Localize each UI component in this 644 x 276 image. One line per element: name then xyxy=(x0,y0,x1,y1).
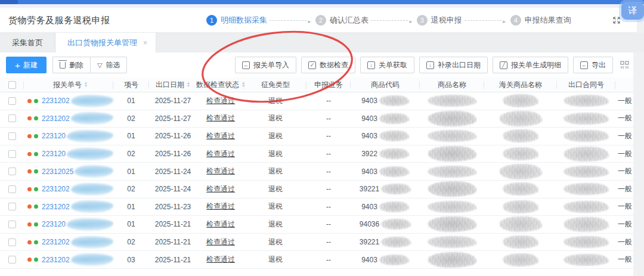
supplement-export-date-button[interactable]: 补录出口日期 xyxy=(419,57,488,73)
check-status-link[interactable]: 检查通过 xyxy=(206,237,235,247)
status-dot-green xyxy=(34,169,38,173)
redaction-smudge xyxy=(67,218,113,231)
status-dot-orange xyxy=(27,222,32,227)
generate-detail-button[interactable]: 报关单生成明细 xyxy=(493,57,568,73)
sort-icon[interactable]: ▲▼ xyxy=(84,82,88,88)
filter-button[interactable]: 筛选 xyxy=(90,57,127,73)
status-dot-green xyxy=(34,99,38,103)
redaction-smudge xyxy=(564,113,609,125)
status-dot-orange xyxy=(27,99,32,103)
declaration-no-link[interactable]: 2231202 xyxy=(42,256,70,264)
redaction-smudge xyxy=(499,111,542,126)
check-status-link[interactable]: 检查通过 xyxy=(206,149,235,159)
check-status-link[interactable]: 检查通过 xyxy=(206,96,235,106)
translate-badge[interactable]: 译 xyxy=(621,2,644,20)
data-check-button[interactable]: 数据检查 xyxy=(301,57,355,73)
redaction-smudge xyxy=(71,112,113,125)
redaction-smudge xyxy=(381,219,411,230)
declaration-no-link[interactable]: 22312025 xyxy=(42,168,73,176)
step-declare-result-query[interactable]: 4 申报结果查询 xyxy=(510,15,571,26)
row-checkbox[interactable] xyxy=(8,150,16,158)
redaction-smudge xyxy=(503,200,538,213)
tab-bar: 采集首页 出口货物报关单管理 × xyxy=(0,33,644,52)
row-checkbox[interactable] xyxy=(8,132,16,140)
declaration-table: 报关单号▲▼ 项号 出口日期▲▼ 数据检查状态▲▼ 征免类型 申报业务 商品代码… xyxy=(0,77,633,269)
check-status-link[interactable]: 检查通过 xyxy=(206,166,235,176)
declaration-no-link[interactable]: 2231202 xyxy=(42,238,70,246)
tab-export-declaration-management[interactable]: 出口货物报关单管理 × xyxy=(55,33,156,52)
check-status-link[interactable]: 检查通过 xyxy=(206,184,235,194)
fullscreen-expand-icon[interactable] xyxy=(612,15,621,25)
redaction-smudge xyxy=(503,147,538,160)
row-checkbox[interactable] xyxy=(8,185,16,193)
tab-close-icon[interactable]: × xyxy=(143,39,147,47)
redaction-smudge xyxy=(428,181,476,197)
redaction-smudge xyxy=(503,235,538,249)
trash-icon xyxy=(60,62,66,69)
declaration-no-link[interactable]: 223120 xyxy=(42,220,66,228)
export-button[interactable]: 导出 xyxy=(573,57,613,73)
redaction-smudge xyxy=(428,166,476,178)
table-row: 22312025 01 2025-11-24 检查通过 退税 -- 9403 一… xyxy=(0,163,633,181)
redaction-smudge xyxy=(503,129,538,142)
row-checkbox[interactable] xyxy=(8,203,16,210)
redaction-smudge xyxy=(71,200,113,213)
stepper: 1 明细数据采集 2 确认汇总表 3 退税申报 4 申报结果查询 xyxy=(206,8,571,33)
step-tax-refund-declare[interactable]: 3 退税申报 xyxy=(417,15,462,26)
toolbar-right: 报关单导入 数据检查 关单获取 补录出口日期 报关单生成明细 导出 xyxy=(235,57,630,73)
redaction-smudge xyxy=(564,201,609,213)
step-number: 4 xyxy=(510,15,521,26)
sort-icon[interactable]: ▲▼ xyxy=(187,82,190,88)
step-connector xyxy=(465,15,507,26)
redaction-smudge xyxy=(71,253,113,266)
check-status-link[interactable]: 检查通过 xyxy=(206,131,235,141)
redaction-smudge xyxy=(564,217,609,232)
status-dot-orange xyxy=(27,258,32,262)
redaction-smudge xyxy=(379,131,409,141)
doc-download-icon xyxy=(367,61,375,69)
status-dot-orange xyxy=(27,187,32,191)
status-dot-green xyxy=(34,134,38,138)
customs-fetch-button[interactable]: 关单获取 xyxy=(360,57,414,73)
generate-icon xyxy=(500,61,507,69)
status-dot-green xyxy=(34,187,38,191)
redaction-smudge xyxy=(428,146,476,162)
check-status-link[interactable]: 检查通过 xyxy=(206,255,235,265)
table-row: 2231202 02 2025-11-27 检查通过 退税 -- 9403 一般 xyxy=(0,110,633,128)
row-checkbox[interactable] xyxy=(8,238,16,246)
import-declaration-button[interactable]: 报关单导入 xyxy=(235,57,296,73)
doc-download-icon xyxy=(426,61,434,69)
declaration-no-link[interactable]: 2231202 xyxy=(42,114,70,123)
export-icon xyxy=(580,61,588,69)
table-row: 2231202 02 2025-11-24 检查通过 退税 -- 39221 一… xyxy=(0,181,633,199)
step-confirm-summary[interactable]: 2 确认汇总表 xyxy=(315,15,369,26)
row-checkbox[interactable] xyxy=(8,221,16,228)
redaction-smudge xyxy=(71,95,113,107)
redaction-smudge xyxy=(379,166,409,177)
row-checkbox[interactable] xyxy=(8,256,16,263)
check-status-link[interactable]: 检查通过 xyxy=(206,219,235,230)
row-checkbox[interactable] xyxy=(8,97,16,105)
select-all-checkbox[interactable] xyxy=(8,81,16,89)
check-status-link[interactable]: 检查通过 xyxy=(206,113,235,123)
row-checkbox[interactable] xyxy=(8,168,16,175)
column-settings-icon[interactable] xyxy=(620,61,630,69)
delete-button[interactable]: 删除 xyxy=(52,57,90,73)
tab-collection-home[interactable]: 采集首页 xyxy=(0,33,55,52)
declaration-no-link[interactable]: 223120 xyxy=(42,150,66,158)
redaction-smudge xyxy=(379,113,409,124)
step-detail-data-collection[interactable]: 1 明细数据采集 xyxy=(206,15,267,26)
step-connector xyxy=(371,15,413,26)
declaration-no-link[interactable]: 2231202 xyxy=(42,185,70,193)
table-row: 223120 01 2025-11-26 检查通过 退税 -- 9403 一般 xyxy=(0,128,633,145)
declaration-no-link[interactable]: 2231202 xyxy=(42,203,70,211)
check-status-link[interactable]: 检查通过 xyxy=(206,201,235,212)
redaction-smudge xyxy=(75,165,113,178)
table-row: 2231202 01 2025-11-27 检查通过 退税 -- 9403 一般 xyxy=(0,92,633,110)
new-button[interactable]: 新建 xyxy=(6,57,47,73)
row-checkbox[interactable] xyxy=(8,114,16,122)
redaction-smudge xyxy=(379,148,409,159)
redaction-smudge xyxy=(428,95,476,107)
declaration-no-link[interactable]: 223120 xyxy=(42,132,66,140)
declaration-no-link[interactable]: 2231202 xyxy=(42,97,70,105)
